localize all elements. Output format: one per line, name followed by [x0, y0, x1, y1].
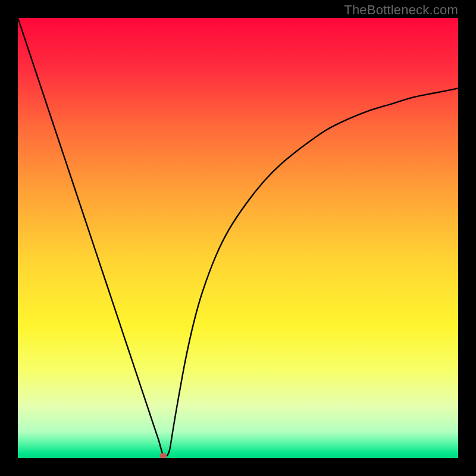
watermark-text: TheBottleneck.com	[344, 2, 458, 18]
gradient-background	[18, 18, 458, 458]
plot-area	[18, 18, 458, 458]
bottleneck-chart	[18, 18, 458, 458]
chart-frame: TheBottleneck.com	[0, 0, 476, 476]
